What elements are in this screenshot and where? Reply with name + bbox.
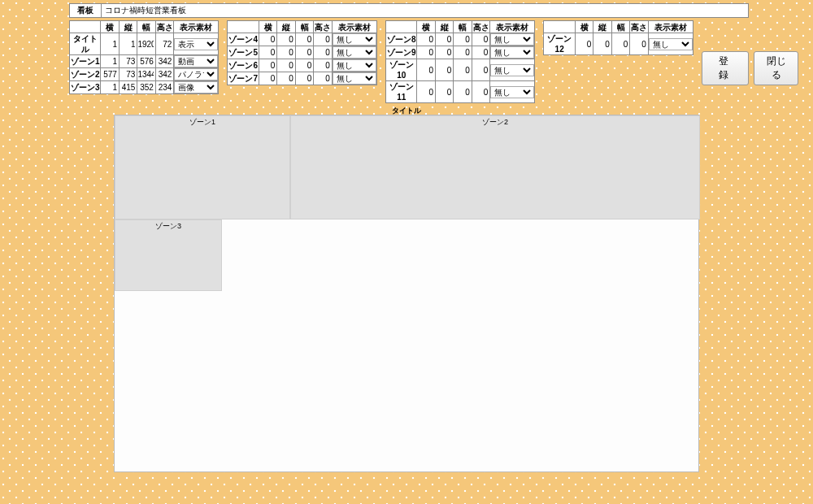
- tate-input[interactable]: [436, 47, 453, 58]
- yoko-input[interactable]: [417, 87, 434, 98]
- preview-title: タイトル: [114, 106, 699, 115]
- yoko-input[interactable]: [101, 39, 119, 50]
- zone-name-cell: ゾーン6: [228, 59, 259, 72]
- material-select[interactable]: 表示動画パノラマ画像無し: [174, 38, 218, 50]
- header-haba: 幅: [611, 21, 629, 33]
- close-button[interactable]: 閉じる: [754, 51, 798, 85]
- register-button[interactable]: 登 録: [702, 51, 749, 85]
- yoko-input[interactable]: [259, 34, 277, 45]
- haba-input[interactable]: [454, 65, 471, 76]
- zone-row: ゾーン5表示動画パノラマ画像無し: [228, 46, 376, 59]
- material-select[interactable]: 表示動画パノラマ画像無し: [333, 59, 376, 72]
- tate-input[interactable]: [277, 34, 295, 45]
- header-sozai: 表示素材: [332, 21, 376, 33]
- takasa-input[interactable]: [156, 82, 174, 93]
- takasa-input[interactable]: [156, 56, 174, 67]
- takasa-input[interactable]: [472, 65, 489, 76]
- takasa-input[interactable]: [472, 87, 489, 98]
- material-select[interactable]: 表示動画パノラマ画像無し: [490, 46, 534, 59]
- yoko-input[interactable]: [259, 73, 277, 84]
- header-yoko: 横: [259, 21, 277, 33]
- yoko-input[interactable]: [417, 34, 434, 45]
- takasa-input[interactable]: [630, 39, 647, 50]
- zone-table-2: 横縦幅高さ表示素材ゾーン8表示動画パノラマ画像無しゾーン9表示動画パノラマ画像無…: [385, 20, 535, 103]
- haba-input[interactable]: [454, 47, 471, 58]
- kanban-title-input[interactable]: [102, 3, 749, 18]
- takasa-input[interactable]: [156, 69, 174, 80]
- tate-input[interactable]: [120, 56, 137, 67]
- haba-input[interactable]: [454, 34, 471, 45]
- kanban-label: 看板: [69, 3, 102, 18]
- tate-input[interactable]: [120, 69, 137, 80]
- header-tate: 縦: [119, 21, 137, 33]
- header-name: [385, 21, 417, 33]
- zone-name-cell: ゾーン5: [228, 46, 259, 59]
- takasa-input[interactable]: [314, 60, 332, 71]
- material-select[interactable]: 表示動画パノラマ画像無し: [490, 86, 534, 98]
- material-select[interactable]: 表示動画パノラマ画像無し: [490, 64, 534, 76]
- haba-input[interactable]: [137, 56, 155, 67]
- zone-name-cell: ゾーン11: [385, 81, 417, 103]
- zone-name-cell: ゾーン9: [385, 46, 417, 59]
- yoko-input[interactable]: [417, 47, 434, 58]
- tate-input[interactable]: [593, 39, 611, 50]
- material-select[interactable]: 表示動画パノラマ画像無し: [333, 46, 376, 59]
- takasa-input[interactable]: [472, 34, 489, 45]
- takasa-input[interactable]: [314, 73, 332, 84]
- tate-input[interactable]: [436, 34, 453, 45]
- yoko-input[interactable]: [417, 65, 434, 76]
- material-select[interactable]: 表示動画パノラマ画像無し: [174, 81, 218, 93]
- takasa-input[interactable]: [314, 47, 332, 58]
- header-takasa: 高さ: [472, 21, 489, 33]
- preview-zone-2: ゾーン2: [290, 115, 700, 219]
- zone-table-3: 横縦幅高さ表示素材ゾーン12表示動画パノラマ画像無し: [543, 20, 693, 55]
- haba-input[interactable]: [296, 34, 314, 45]
- haba-input[interactable]: [612, 39, 629, 50]
- tate-input[interactable]: [277, 47, 295, 58]
- yoko-input[interactable]: [576, 39, 593, 50]
- layout-preview: ゾーン1 ゾーン2 ゾーン3: [114, 115, 699, 472]
- material-select[interactable]: 表示動画パノラマ画像無し: [649, 38, 693, 50]
- yoko-input[interactable]: [101, 56, 119, 67]
- tate-input[interactable]: [436, 65, 453, 76]
- tate-input[interactable]: [120, 82, 137, 93]
- zone-name-cell: ゾーン12: [544, 33, 576, 55]
- tate-input[interactable]: [120, 39, 137, 50]
- zone-name-cell: ゾーン7: [228, 72, 259, 85]
- haba-input[interactable]: [296, 73, 314, 84]
- yoko-input[interactable]: [101, 82, 119, 93]
- haba-input[interactable]: [137, 39, 155, 50]
- tate-input[interactable]: [277, 73, 295, 84]
- header-name: [544, 21, 576, 33]
- zone-tables: 横縦幅高さ表示素材タイトル表示動画パノラマ画像無しゾーン1表示動画パノラマ画像無…: [69, 20, 806, 103]
- zone-row: ゾーン3表示動画パノラマ画像無し: [70, 81, 219, 94]
- haba-input[interactable]: [454, 87, 471, 98]
- tate-input[interactable]: [436, 87, 453, 98]
- material-select[interactable]: 表示動画パノラマ画像無し: [174, 55, 218, 67]
- material-select[interactable]: 表示動画パノラマ画像無し: [174, 68, 218, 80]
- takasa-input[interactable]: [156, 39, 174, 50]
- haba-input[interactable]: [137, 82, 155, 93]
- takasa-input[interactable]: [472, 47, 489, 58]
- header-takasa: 高さ: [155, 21, 174, 33]
- zone-name-cell: ゾーン3: [70, 81, 101, 94]
- zone-row: ゾーン1表示動画パノラマ画像無し: [70, 55, 219, 68]
- yoko-input[interactable]: [259, 47, 277, 58]
- zone-name-cell: ゾーン10: [385, 59, 417, 81]
- material-select[interactable]: 表示動画パノラマ画像無し: [490, 33, 534, 46]
- preview-zone-1: ゾーン1: [115, 115, 290, 219]
- zone-name-cell: ゾーン4: [228, 33, 259, 46]
- haba-input[interactable]: [296, 47, 314, 58]
- material-select[interactable]: 表示動画パノラマ画像無し: [333, 72, 376, 85]
- haba-input[interactable]: [137, 69, 155, 80]
- header-tate: 縦: [435, 21, 453, 33]
- tate-input[interactable]: [277, 60, 295, 71]
- material-select[interactable]: 表示動画パノラマ画像無し: [333, 33, 376, 46]
- preview-zone-3: ゾーン3: [115, 219, 222, 291]
- yoko-input[interactable]: [101, 69, 119, 80]
- header-sozai: 表示素材: [174, 21, 219, 33]
- haba-input[interactable]: [296, 60, 314, 71]
- header-yoko: 横: [575, 21, 593, 33]
- yoko-input[interactable]: [259, 60, 277, 71]
- takasa-input[interactable]: [314, 34, 332, 45]
